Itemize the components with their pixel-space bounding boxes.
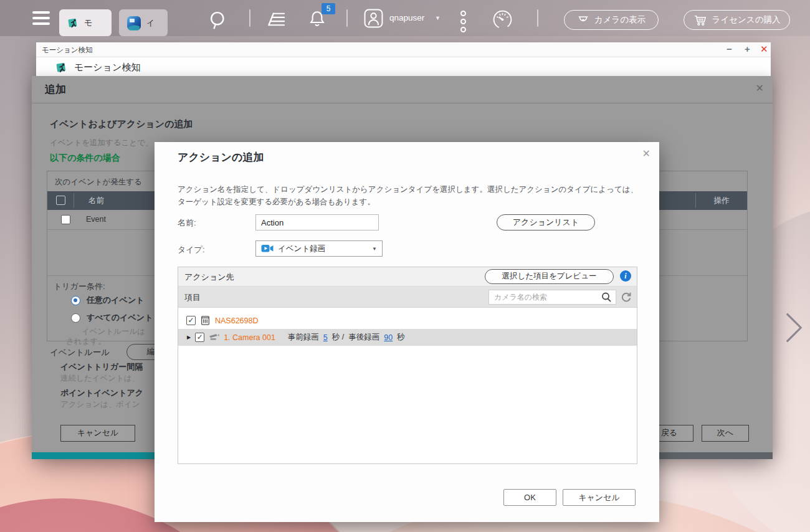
modal-title: アクションの追加 [178,150,264,164]
dome-camera-icon [577,15,589,26]
point-event-title: ポイントイベントアク [60,387,143,399]
camera-icon [209,333,219,342]
chevron-right-icon [783,310,805,345]
pre-record-unit: 秒 / [332,332,344,343]
interval-desc: 連続したイベントは、 [60,373,140,384]
post-record-label: 事後録画 [348,332,379,343]
section-title: イベントおよびアクションの追加 [50,118,193,130]
server-name: NAS62698D [215,316,259,325]
tab-event[interactable]: イ [119,9,168,36]
radio-label: 任意のイベント [87,295,145,306]
column-divider [74,193,74,208]
toolbar-divider [537,9,538,27]
type-value: イベント録画 [278,244,325,254]
tree-row-server[interactable]: ✓ NAS62698D [178,312,637,329]
camera-view-button[interactable]: カメラの表示 [564,10,659,30]
trigger-condition-label: トリガー条件: [54,281,105,292]
close-window-button[interactable]: ✕ [760,44,768,55]
event-recording-icon [261,244,274,253]
search-icon[interactable] [601,292,612,305]
name-label: 名前: [178,217,196,229]
dashboard-gauge-icon[interactable] [492,9,513,33]
server-checkbox[interactable]: ✓ [186,316,196,325]
radio-any-event[interactable]: 任意のイベント [71,295,145,306]
chevron-down-icon: ▼ [372,246,377,252]
action-list-button[interactable]: アクションリスト [497,214,595,230]
name-input[interactable] [255,214,379,230]
more-options-icon[interactable] [460,11,466,35]
desktop-next-page-arrow[interactable] [783,310,805,345]
interval-title: イベントトリガー間隔 [60,361,143,373]
search-icon[interactable] [207,10,228,33]
main-menu-icon[interactable] [32,11,50,28]
pre-record-label: 事前録画 [288,332,319,343]
ok-button[interactable]: OK [503,489,556,506]
wizard-cancel-button[interactable]: キャンセル [60,425,135,442]
column-operation: 操作 [695,196,748,206]
type-dropdown[interactable]: イベント録画 ▼ [255,240,383,257]
tab-label: モ [84,17,92,29]
event-rule-label: イベントルール [50,347,110,358]
queue-icon[interactable] [264,10,287,31]
tab-motion-detection[interactable]: モ [59,9,112,36]
add-action-modal: ✕ アクションの追加 アクション名を指定して、ドロップダウンリストからアクション… [155,142,659,522]
radio-icon[interactable] [71,296,80,305]
chevron-down-icon[interactable]: ▼ [435,15,441,21]
button-label: ライセンスの購入 [712,14,781,26]
items-header-row: 項目 [178,287,637,308]
username[interactable]: qnapuser [389,13,424,22]
trigger-note: イベントルールは [82,326,145,337]
action-target-panel: アクション先 選択した項目をプレビュー i 項目 ✓ [178,267,637,464]
select-all-checkbox[interactable] [56,196,65,205]
pre-record-seconds-link[interactable]: 5 [323,333,328,342]
top-toolbar: モ イ 5 [0,0,810,36]
maximize-button[interactable]: + [745,44,750,54]
camera-search-input[interactable] [488,290,616,305]
camera-checkbox[interactable]: ✓ [195,333,204,342]
tree-row-camera[interactable]: ▶ ✓ 1. Camera 001 事前録画 5 秒 / 事後録画 90 秒 [178,329,637,346]
modal-description: アクション名を指定して、ドロップダウンリストからアクションタイプを選択します。選… [178,183,641,208]
minimize-button[interactable]: − [727,44,732,54]
event-app-icon [126,16,141,31]
post-record-unit: 秒 [397,332,405,343]
radio-icon[interactable] [71,313,80,323]
radio-label: すべてのイベント [87,312,153,323]
toolbar-divider [346,9,348,27]
modal-cancel-button[interactable]: キャンセル [563,489,636,506]
user-icon[interactable] [364,9,383,31]
dialog-header: 追加 ✕ [32,76,773,103]
page-title: モーション検知 [74,62,140,74]
page-header: モーション検知 [55,61,140,74]
radio-all-events[interactable]: すべてのイベント [71,312,153,323]
purchase-license-button[interactable]: ライセンスの購入 [684,10,790,30]
expand-arrow-icon[interactable]: ▶ [187,335,191,340]
modal-close-icon[interactable]: ✕ [642,148,650,159]
camera-name: 1. Camera 001 [224,333,275,342]
tab-label: イ [146,17,155,29]
column-name: 名前 [88,196,104,206]
dialog-title: 追加 [45,82,66,97]
target-tree: ✓ NAS62698D ▶ ✓ 1. Camera 001 事前録画 5 [178,312,637,346]
row-checkbox[interactable] [61,215,70,224]
notification-badge[interactable]: 5 [322,3,335,14]
condition-heading: 以下の条件の場合 [50,153,120,164]
motion-detection-icon [67,17,79,29]
toolbar-divider [249,9,250,27]
post-record-seconds-link[interactable]: 90 [384,333,393,342]
info-icon[interactable]: i [620,270,631,282]
button-label: カメラの表示 [594,14,646,26]
preview-selected-button[interactable]: 選択した項目をプレビュー [485,269,614,284]
window-titlebar-title: モーション検知 [42,45,93,55]
point-event-desc: アクションは、ポイン [60,399,140,410]
section-intro: イベントを追加することで、 [50,138,153,148]
target-header-label: アクション先 [184,272,234,283]
window-titlebar[interactable]: モーション検知 − + ✕ [36,42,771,57]
type-label: タイプ: [178,244,205,255]
wizard-next-button[interactable]: 次へ [702,425,749,442]
screen: モーション検知 − + ✕ モーション検知 追加 ✕ イベントおよびアクションの… [0,0,810,532]
refresh-icon[interactable] [621,292,632,305]
event-table-caption: 次のイベントが発生する [55,177,142,188]
dialog-close-icon[interactable]: ✕ [756,82,764,94]
cart-icon [693,14,707,26]
trigger-note: されます。 [66,336,106,347]
